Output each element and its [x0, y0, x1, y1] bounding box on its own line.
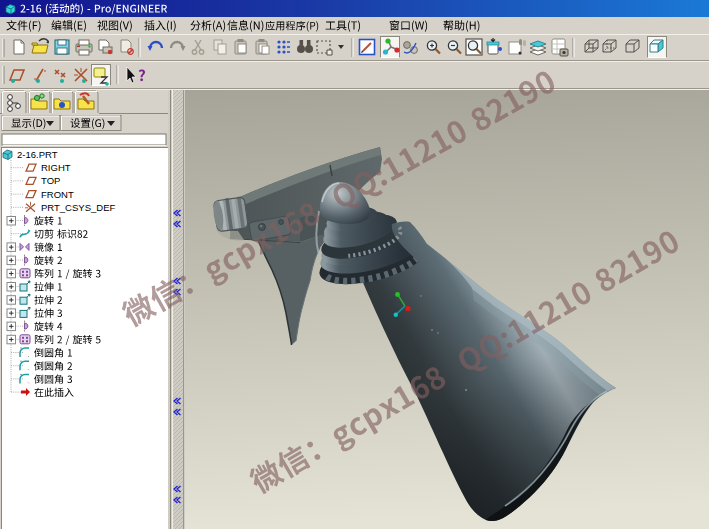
svg-text:FRONT: FRONT [41, 189, 74, 200]
svg-text:TOP: TOP [41, 175, 60, 186]
svg-text:RIGHT: RIGHT [41, 162, 71, 173]
svg-text:PRT_CSYS_DEF: PRT_CSYS_DEF [41, 202, 115, 213]
svg-text:2-16.PRT: 2-16.PRT [17, 149, 58, 160]
